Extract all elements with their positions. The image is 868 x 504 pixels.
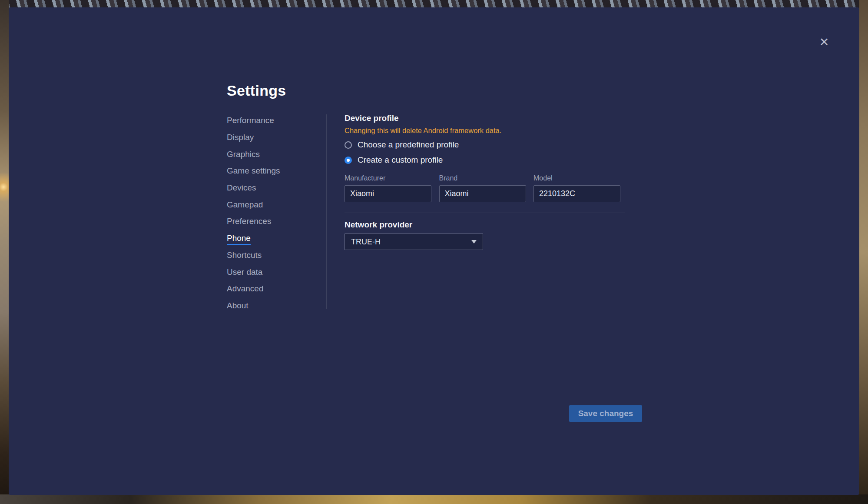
radio-predefined-profile[interactable]: Choose a predefined profile [345,139,459,150]
sidebar-item-user-data[interactable]: User data [227,264,280,281]
chevron-down-icon [471,240,477,244]
sidebar-item-game-settings[interactable]: Game settings [227,164,280,180]
sidebar-item-advanced[interactable]: Advanced [227,281,280,298]
model-field-group: Model [533,174,620,202]
background-top-strip [0,0,868,8]
sidebar-item-display[interactable]: Display [227,130,280,147]
sidebar-item-graphics[interactable]: Graphics [227,147,280,164]
model-label: Model [533,174,620,182]
settings-dialog: ✕ Settings Performance Display Graphics … [9,7,859,495]
sidebar-item-shortcuts[interactable]: Shortcuts [227,248,280,265]
brand-field-group: Brand [439,174,526,202]
sidebar-item-gamepad[interactable]: Gamepad [227,197,280,214]
device-profile-heading: Device profile [345,113,399,123]
brand-label: Brand [439,174,526,182]
sidebar-item-phone[interactable]: Phone [227,231,280,248]
radio-custom-profile[interactable]: Create a custom profile [345,154,443,166]
save-changes-button[interactable]: Save changes [569,405,642,422]
profile-fields: Manufacturer Brand Model [345,174,620,202]
background-left-strip [0,0,9,504]
manufacturer-label: Manufacturer [345,174,431,182]
vertical-divider [326,114,327,309]
radio-unchecked-icon [345,141,352,149]
radio-checked-icon [345,157,352,164]
sidebar-item-about[interactable]: About [227,298,280,315]
background-right-strip [859,0,868,504]
sidebar-item-devices[interactable]: Devices [227,180,280,197]
background-bottom-strip [0,494,868,504]
screen: ✕ Settings Performance Display Graphics … [0,0,868,504]
brand-input[interactable] [439,185,526,202]
network-provider-heading: Network provider [345,220,412,230]
close-button[interactable]: ✕ [815,33,833,51]
close-icon: ✕ [819,35,829,49]
model-input[interactable] [533,185,620,202]
sidebar-item-performance[interactable]: Performance [227,113,280,130]
sidebar-item-preferences[interactable]: Preferences [227,214,280,231]
warning-text: Changing this will delete Android framew… [345,127,501,135]
horizontal-divider [345,213,625,213]
settings-nav: Performance Display Graphics Game settin… [227,113,280,315]
network-provider-select[interactable]: TRUE-H [345,234,483,250]
network-provider-value: TRUE-H [351,237,381,247]
manufacturer-input[interactable] [345,185,431,202]
page-title: Settings [227,82,286,99]
manufacturer-field-group: Manufacturer [345,174,431,202]
